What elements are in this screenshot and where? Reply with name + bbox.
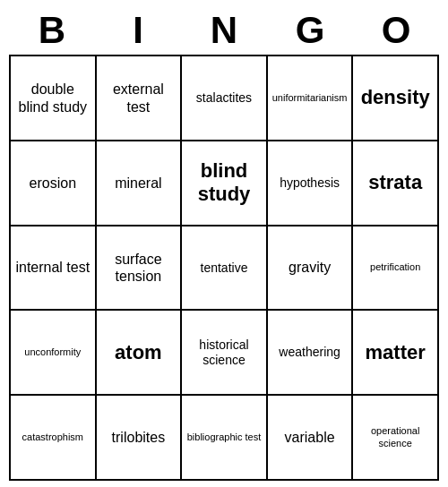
header-letter-I: I — [95, 6, 181, 55]
cell-text-20: catastrophism — [22, 431, 83, 443]
bingo-cell-18: weathering — [268, 311, 354, 396]
bingo-cell-15: unconformity — [11, 311, 97, 396]
bingo-cell-2: stalactites — [182, 56, 268, 141]
bingo-card: BINGO double blind studyexternal teststa… — [9, 6, 439, 481]
cell-text-21: trilobites — [112, 429, 166, 446]
cell-text-5: erosion — [30, 175, 76, 192]
bingo-cell-8: hypothesis — [268, 141, 354, 226]
bingo-cell-17: historical science — [182, 311, 268, 396]
cell-text-11: surface tension — [100, 251, 177, 285]
cell-text-6: mineral — [115, 175, 161, 192]
cell-text-16: atom — [115, 341, 162, 364]
bingo-cell-0: double blind study — [11, 56, 97, 141]
cell-text-10: internal test — [15, 259, 90, 276]
cell-text-23: variable — [285, 429, 335, 446]
cell-text-15: unconformity — [24, 346, 81, 358]
cell-text-2: stalactites — [196, 90, 252, 106]
header-letter-N: N — [181, 6, 267, 55]
bingo-cell-4: density — [353, 56, 439, 141]
bingo-cell-1: external test — [97, 56, 183, 141]
bingo-cell-21: trilobites — [97, 396, 183, 481]
cell-text-12: tentative — [201, 261, 248, 276]
bingo-cell-13: gravity — [268, 226, 354, 312]
bingo-cell-12: tentative — [182, 226, 268, 312]
bingo-cell-23: variable — [268, 396, 354, 481]
header-letter-O: O — [353, 6, 439, 55]
cell-text-19: matter — [366, 341, 426, 364]
bingo-grid: double blind studyexternal teststalactit… — [9, 55, 439, 481]
bingo-cell-14: petrification — [353, 226, 439, 312]
header-letter-B: B — [9, 6, 95, 55]
bingo-cell-9: strata — [353, 141, 439, 226]
cell-text-14: petrification — [370, 261, 420, 273]
cell-text-22: bibliographic test — [187, 431, 262, 443]
cell-text-0: double blind study — [14, 81, 91, 115]
cell-text-8: hypothesis — [280, 175, 340, 191]
cell-text-17: historical science — [185, 337, 263, 368]
bingo-cell-6: mineral — [97, 141, 183, 226]
header-letter-G: G — [267, 6, 353, 55]
bingo-cell-16: atom — [97, 311, 183, 396]
cell-text-24: operational science — [357, 425, 434, 449]
cell-text-3: uniformitarianism — [272, 92, 348, 104]
cell-text-18: weathering — [279, 345, 340, 360]
bingo-cell-11: surface tension — [97, 226, 183, 312]
bingo-cell-24: operational science — [353, 396, 439, 481]
cell-text-9: strata — [368, 171, 422, 194]
bingo-cell-7: blind study — [182, 141, 268, 226]
bingo-cell-19: matter — [353, 311, 439, 396]
bingo-cell-5: erosion — [11, 141, 97, 226]
cell-text-4: density — [361, 86, 430, 109]
cell-text-1: external test — [100, 81, 177, 115]
cell-text-7: blind study — [185, 159, 263, 207]
bingo-cell-20: catastrophism — [11, 396, 97, 481]
bingo-cell-22: bibliographic test — [182, 396, 268, 481]
bingo-header: BINGO — [9, 6, 439, 55]
bingo-cell-3: uniformitarianism — [268, 56, 354, 141]
bingo-cell-10: internal test — [11, 226, 97, 312]
cell-text-13: gravity — [289, 259, 331, 276]
